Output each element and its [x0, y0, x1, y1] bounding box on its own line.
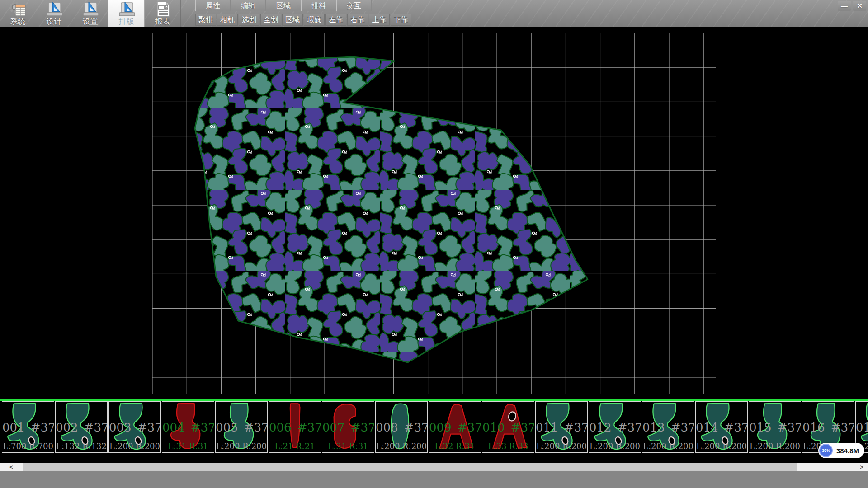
piece-lr-count: L:700 R:700: [2, 441, 54, 451]
piece-thumbnail-2[interactable]: 002_#37L:132 R:132: [55, 401, 108, 453]
tool-button-10[interactable]: 下靠: [391, 14, 411, 26]
piece-name: 007_#37: [322, 421, 374, 434]
piece-name: 005_#37: [216, 421, 267, 434]
pieces-strip: 001_#37L:700 R:700002_#37L:132 R:132003_…: [0, 399, 868, 462]
piece-name: 017_#37: [856, 421, 868, 434]
piece-thumbnail-6[interactable]: 006_#37L:21 R:21: [269, 401, 321, 453]
nesting-app-window: 系统设计设置排版报表 属性编辑区域排料交互 聚排相机选割全割区域瑕疵左靠右靠上靠…: [0, 0, 868, 488]
ribbon-bar: 系统设计设置排版报表 属性编辑区域排料交互 聚排相机选割全割区域瑕疵左靠右靠上靠…: [0, 0, 868, 27]
system-gear-table-icon: [9, 1, 27, 17]
piece-thumbnail-8[interactable]: 008_#37L:200 R:200: [375, 401, 428, 453]
report-doc-icon: [154, 1, 172, 17]
tool-button-9[interactable]: 上靠: [369, 14, 390, 26]
piece-name: 010_#37: [482, 421, 534, 434]
piece-thumbnail-row: 001_#37L:700 R:700002_#37L:132 R:132003_…: [0, 401, 868, 454]
piece-lr-count: L:200 R:200: [589, 441, 641, 451]
scroll-left-button[interactable]: <: [0, 463, 23, 471]
main-tab-2[interactable]: 设计: [36, 0, 72, 27]
main-tab-3[interactable]: 设置: [72, 0, 108, 27]
main-mode-tabs: 系统设计设置排版报表: [0, 0, 181, 27]
piece-thumbnail-15[interactable]: 015_#37L:200 R:200: [749, 401, 801, 453]
tool-button-2[interactable]: 相机: [217, 14, 238, 26]
design-ruler-icon: [45, 1, 63, 17]
piece-name: 013_#37: [642, 421, 694, 434]
layout-ruler-icon: [118, 1, 136, 17]
piece-lr-count: L:132 R:132: [56, 441, 107, 451]
piece-lr-count: L:31 R:31: [162, 441, 214, 451]
piece-thumbnail-3[interactable]: 003_#37L:200 R:200: [108, 401, 161, 453]
layout-ruler-icon: [118, 1, 136, 17]
piece-name: 002_#37: [56, 421, 107, 434]
piece-lr-count: L:200 R:200: [642, 441, 694, 451]
piece-name: 008_#37: [376, 421, 427, 434]
tool-row: 聚排相机选割全割区域瑕疵左靠右靠上靠下靠: [195, 14, 412, 26]
settings-ruler-icon: [81, 1, 99, 17]
menu-row: 属性编辑区域排料交互: [195, 0, 412, 12]
progress-percent: 38%: [822, 448, 830, 453]
piece-name: 004_#37: [162, 421, 214, 434]
main-tab-label: 排版: [119, 17, 134, 26]
piece-lr-count: L:21 R:21: [269, 441, 321, 451]
piece-lr-count: L:200 R:200: [749, 441, 801, 451]
piece-lr-count: L:200 R:200: [696, 441, 747, 451]
piece-lr-count: L:33 R:33: [482, 441, 534, 451]
piece-name: 011_#37: [536, 421, 587, 434]
strip-top-divider: [0, 399, 868, 401]
minimize-button[interactable]: —: [838, 1, 851, 11]
piece-thumbnail-1[interactable]: 001_#37L:700 R:700: [2, 401, 54, 453]
piece-name: 014_#37: [696, 421, 747, 434]
progress-percent-circle: 38%: [819, 444, 833, 457]
piece-lr-count: L:31 R:31: [322, 441, 374, 451]
download-size: 384.8M: [836, 447, 859, 455]
scrollbar-thumb[interactable]: [23, 463, 797, 471]
menu-area: 属性编辑区域排料交互 聚排相机选割全割区域瑕疵左靠右靠上靠下靠: [195, 0, 412, 26]
piece-name: 003_#37: [109, 421, 160, 434]
scroll-right-button[interactable]: >: [855, 463, 868, 471]
piece-thumbnail-10[interactable]: 010_#37L:33 R:33: [482, 401, 534, 453]
design-ruler-icon: [45, 1, 63, 17]
download-progress-badge[interactable]: 38% 384.8M: [818, 443, 864, 458]
nesting-canvas[interactable]: [0, 27, 868, 399]
piece-name: 006_#37: [269, 421, 321, 434]
piece-lr-count: L:200 R:200: [376, 441, 427, 451]
piece-lr-count: L:200 R:200: [536, 441, 587, 451]
main-tab-5[interactable]: 报表: [145, 0, 181, 27]
menu-item-4[interactable]: 排料: [301, 0, 336, 11]
tool-button-8[interactable]: 右靠: [347, 14, 368, 26]
close-button[interactable]: ✕: [853, 1, 866, 11]
piece-thumbnail-12[interactable]: 012_#37L:200 R:200: [589, 401, 641, 453]
main-tab-label: 设置: [83, 17, 98, 26]
horizontal-scrollbar[interactable]: < >: [0, 462, 868, 471]
piece-thumbnail-13[interactable]: 013_#37L:200 R:200: [642, 401, 694, 453]
main-tab-label: 系统: [10, 17, 26, 26]
piece-thumbnail-4[interactable]: 004_#37L:31 R:31: [162, 401, 214, 453]
window-controls: — ✕: [838, 1, 866, 11]
piece-thumbnail-7[interactable]: 007_#37L:31 R:31: [322, 401, 374, 453]
piece-thumbnail-5[interactable]: 005_#37L:200 R:200: [215, 401, 268, 453]
leather-hide-nested[interactable]: [195, 57, 588, 362]
tool-button-6[interactable]: 瑕疵: [304, 14, 325, 26]
piece-name: 015_#37: [749, 421, 801, 434]
tool-button-7[interactable]: 左靠: [326, 14, 346, 26]
piece-lr-count: L:200 R:200: [109, 441, 160, 451]
report-doc-icon: [154, 1, 172, 17]
menu-item-3[interactable]: 区域: [266, 0, 301, 11]
main-tab-4[interactable]: 排版: [108, 0, 145, 27]
tool-button-3[interactable]: 选割: [239, 14, 259, 26]
piece-thumbnail-14[interactable]: 014_#37L:200 R:200: [695, 401, 748, 453]
scrollbar-track[interactable]: [23, 463, 855, 471]
menu-item-2[interactable]: 编辑: [231, 0, 266, 11]
tool-button-5[interactable]: 区域: [282, 14, 303, 26]
tool-button-1[interactable]: 聚排: [195, 14, 216, 26]
piece-thumbnail-11[interactable]: 011_#37L:200 R:200: [535, 401, 588, 453]
menu-item-1[interactable]: 属性: [195, 0, 231, 11]
piece-name: 001_#37: [2, 421, 54, 434]
menu-item-5[interactable]: 交互: [336, 0, 372, 11]
tool-button-4[interactable]: 全割: [260, 14, 281, 26]
piece-name: 016_#37: [802, 421, 854, 434]
main-tab-label: 设计: [47, 17, 62, 26]
piece-lr-count: L:200 R:200: [216, 441, 267, 451]
main-tab-1[interactable]: 系统: [0, 0, 36, 27]
piece-name: 012_#37: [589, 421, 641, 434]
piece-thumbnail-9[interactable]: 009_#37L:32 R:31: [429, 401, 481, 453]
